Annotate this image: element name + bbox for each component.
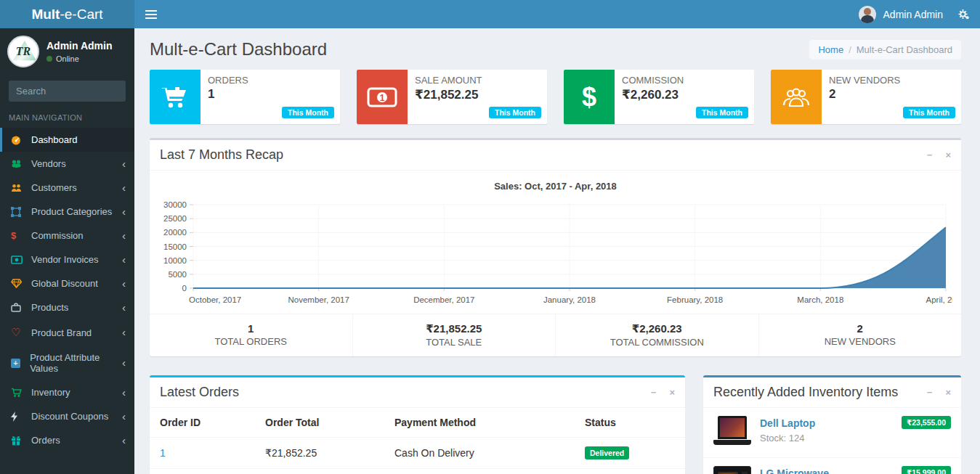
sidebar-item-product-attribute-values[interactable]: + Product Attribute Values‹ xyxy=(0,346,134,380)
latest-orders-title: Latest Orders xyxy=(160,385,239,400)
price-badge: ₹15,999.00 xyxy=(902,466,951,474)
stat-total-orders: 1 TOTAL ORDERS xyxy=(150,314,353,356)
breadcrumb-home-link[interactable]: Home xyxy=(818,44,843,55)
sidebar-item-commission[interactable]: $ Commission‹ xyxy=(0,224,134,248)
svg-text:December, 2017: December, 2017 xyxy=(413,295,474,304)
search-input[interactable] xyxy=(9,81,126,102)
info-box-value: ₹21,852.25 xyxy=(415,87,482,102)
list-item: Dell Laptop Stock: 124 ₹23,555.00 xyxy=(703,408,961,458)
chevron-left-icon: ‹ xyxy=(122,304,127,311)
sidebar-item-customers[interactable]: Customers‹ xyxy=(0,176,134,200)
col-order-id: Order ID xyxy=(150,408,255,438)
order-total-cell: ₹21,852.25 xyxy=(255,438,384,469)
product-name-link[interactable]: Dell Laptop xyxy=(760,417,815,429)
recap-box: Last 7 Months Recap − × Sales: Oct, 2017… xyxy=(150,138,961,356)
chevron-left-icon: ‹ xyxy=(122,160,127,168)
this-month-badge: This Month xyxy=(282,107,334,118)
collapse-icon[interactable]: − xyxy=(651,388,657,397)
svg-text:1: 1 xyxy=(380,92,385,102)
breadcrumb-separator: / xyxy=(849,44,851,55)
sidebar-item-product-categories[interactable]: Product Categories‹ xyxy=(0,200,134,224)
dashboard-icon xyxy=(11,135,27,145)
svg-text:November, 2017: November, 2017 xyxy=(288,295,349,304)
svg-text:25000: 25000 xyxy=(163,214,187,223)
commission-icon: $ xyxy=(11,230,27,241)
close-icon[interactable]: × xyxy=(945,388,951,397)
product-stock: Stock: 124 xyxy=(760,433,815,444)
svg-text:5000: 5000 xyxy=(168,270,187,279)
chart-area: Sales: Oct, 2017 - Apr, 2018 30000250002… xyxy=(150,171,961,311)
info-box-label: COMMISSION xyxy=(622,75,684,86)
svg-text:February, 2018: February, 2018 xyxy=(667,295,723,304)
settings-gear-icon[interactable] xyxy=(957,8,970,20)
sidebar-item-product-brand[interactable]: ♡ Product Brand‹ xyxy=(0,319,134,346)
main-content: Mult-e-Cart Dashboard Home / Mult-e-Cart… xyxy=(134,28,980,474)
collapse-icon[interactable]: − xyxy=(927,388,933,397)
info-box-label: NEW VENDORS xyxy=(829,75,900,86)
sidebar-item-products[interactable]: Products‹ xyxy=(0,295,134,319)
latest-orders-header: Latest Orders − × xyxy=(150,377,685,408)
navbar-user-name[interactable]: Admin Admin xyxy=(883,9,943,20)
collapse-icon[interactable]: − xyxy=(927,150,933,160)
navbar-main: Admin Admin xyxy=(134,0,980,28)
breadcrumb: Home / Mult-e-Cart Dashboard xyxy=(809,40,961,60)
dollar-icon: $ xyxy=(564,70,615,124)
close-icon[interactable]: × xyxy=(945,150,951,160)
chevron-left-icon: ‹ xyxy=(122,359,127,367)
this-month-badge: This Month xyxy=(489,107,541,118)
online-status-icon xyxy=(46,56,52,62)
sidebar-menu: Dashboard Vendors‹ Customers‹ Product Ca… xyxy=(0,128,134,452)
brand-logo[interactable]: Mult-e-Cart xyxy=(0,0,134,28)
product-categories-icon xyxy=(11,207,27,217)
sidebar-item-inventory[interactable]: Inventory‹ xyxy=(0,380,134,404)
chevron-left-icon: ‹ xyxy=(122,256,127,263)
info-box-commission: $ COMMISSION ₹2,260.23 This Month xyxy=(564,70,754,124)
payment-method-cell: Cash On Delivery xyxy=(384,438,575,469)
sidebar-item-orders[interactable]: Orders‹ xyxy=(0,428,134,452)
sidebar-item-vendor-invoices[interactable]: Vendor Invoices‹ xyxy=(0,248,134,271)
sidebar-toggle-icon[interactable] xyxy=(134,0,167,28)
chevron-left-icon: ‹ xyxy=(122,413,127,420)
order-id-link[interactable]: 1 xyxy=(160,447,166,459)
sidebar-item-discount-coupons[interactable]: Discount Coupons‹ xyxy=(0,404,134,428)
info-box-value: 2 xyxy=(829,87,900,102)
info-box-value: 1 xyxy=(208,87,248,102)
global-discount-icon xyxy=(11,279,27,288)
products-icon xyxy=(11,303,27,312)
svg-text:30000: 30000 xyxy=(163,200,187,209)
users-icon xyxy=(771,70,822,124)
inventory-box: Recently Added Inventory Items − × Dell … xyxy=(703,375,961,474)
sidebar-search xyxy=(9,81,126,102)
sidebar-user-panel: TR Admin Admin Online xyxy=(0,28,134,75)
sidebar-item-vendors[interactable]: Vendors‹ xyxy=(0,152,134,176)
svg-text:April, 2018: April, 2018 xyxy=(926,295,952,304)
chevron-left-icon: ‹ xyxy=(122,280,127,287)
sidebar-item-dashboard[interactable]: Dashboard xyxy=(0,128,134,152)
svg-text:15000: 15000 xyxy=(163,242,187,251)
breadcrumb-current: Mult-e-Cart Dashboard xyxy=(857,44,952,55)
discount-coupons-bolt-icon xyxy=(11,412,27,422)
close-icon[interactable]: × xyxy=(669,388,675,397)
info-box-row: ORDERS 1 This Month 1 SALE AMOUNT ₹21,85… xyxy=(150,70,961,124)
info-box-new-vendors: NEW VENDORS 2 This Month xyxy=(771,70,961,124)
brand-bold: Mult xyxy=(31,7,60,23)
navbar-user-avatar[interactable] xyxy=(859,6,876,23)
top-navbar: Mult-e-Cart Admin Admin xyxy=(0,0,980,28)
orders-gift-icon xyxy=(11,436,27,446)
sidebar-item-global-discount[interactable]: Global Discount‹ xyxy=(0,271,134,295)
product-image-dell-laptop xyxy=(713,416,751,449)
col-order-total: Order Total xyxy=(255,408,384,438)
inventory-box-header: Recently Added Inventory Items − × xyxy=(703,377,961,408)
sidebar-user-status[interactable]: Online xyxy=(46,54,112,63)
info-box-label: ORDERS xyxy=(208,75,248,86)
product-image-lg-microwave xyxy=(713,466,751,474)
recap-stats-row: 1 TOTAL ORDERS ₹21,852.25 TOTAL SALE ₹2,… xyxy=(150,314,961,356)
svg-text:10000: 10000 xyxy=(163,256,187,265)
product-name-link[interactable]: LG Microwave xyxy=(760,467,829,474)
recap-box-title: Last 7 Months Recap xyxy=(160,147,283,163)
chevron-left-icon: ‹ xyxy=(122,389,127,396)
svg-text:March, 2018: March, 2018 xyxy=(797,295,843,304)
svg-text:January, 2018: January, 2018 xyxy=(543,295,596,304)
status-badge: Delivered xyxy=(585,446,629,459)
col-payment-method: Payment Method xyxy=(384,408,575,438)
